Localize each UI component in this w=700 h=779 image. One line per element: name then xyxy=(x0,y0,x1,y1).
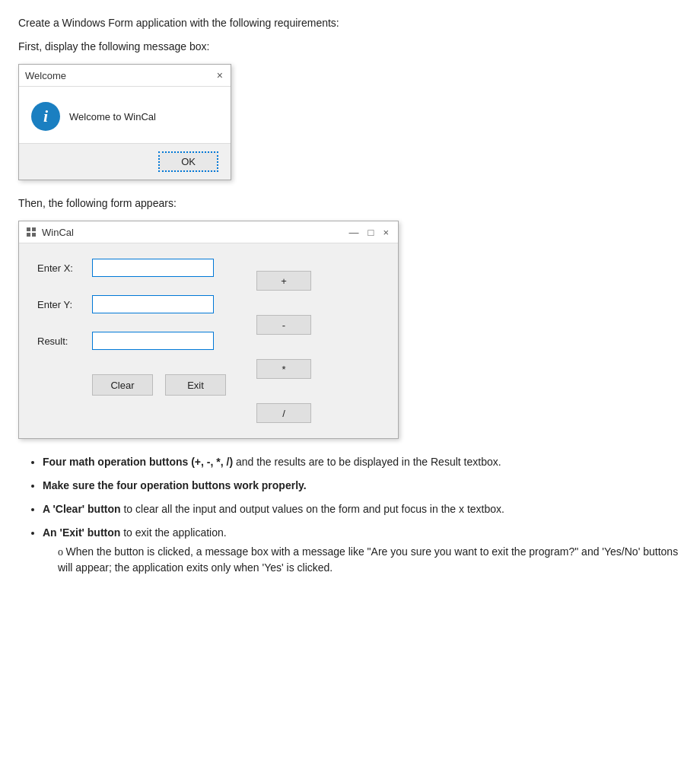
form-area: Enter X: Enter Y: Result: Clear Exit xyxy=(37,259,380,423)
exit-button[interactable]: Exit xyxy=(165,374,226,396)
intro-line2: First, display the following message box… xyxy=(18,39,682,55)
sub-list-item-1: When the button is clicked, a message bo… xyxy=(58,544,682,576)
enter-x-label: Enter X: xyxy=(37,262,92,274)
minus-button[interactable]: - xyxy=(256,315,311,335)
bullet-4-bold: An 'Exit' button xyxy=(43,526,120,539)
bullet-4-text: An 'Exit' button to exit the application… xyxy=(43,526,227,539)
bullet-2-text: Make sure the four operation buttons wor… xyxy=(43,479,307,491)
bullet-1-text: Four math operation buttons (+, -, *, /)… xyxy=(43,456,501,468)
bullet-item-4: An 'Exit' button to exit the application… xyxy=(43,525,682,576)
bullet-3-text: A 'Clear' button to clear all the input … xyxy=(43,503,504,515)
enter-x-row: Enter X: xyxy=(37,259,226,277)
form-intro: Then, the following form appears: xyxy=(18,196,682,211)
requirements-list: Four math operation buttons (+, -, *, /)… xyxy=(18,454,682,576)
intro-line1: Create a Windows Form application with t… xyxy=(18,15,682,31)
info-icon: i xyxy=(31,102,60,131)
bullet-2-bold: Make sure the four operation buttons wor… xyxy=(43,479,307,491)
grid-icon xyxy=(27,227,36,237)
plus-button[interactable]: + xyxy=(256,271,311,291)
result-row: Result: xyxy=(37,332,226,350)
clear-button[interactable]: Clear xyxy=(92,374,153,396)
close-button[interactable]: × xyxy=(380,227,392,237)
sub-list: When the button is clicked, a message bo… xyxy=(43,544,682,576)
bullet-item-3: A 'Clear' button to clear all the input … xyxy=(43,501,682,517)
dialog-body: i Welcome to WinCal xyxy=(19,87,231,143)
dialog-title: Welcome xyxy=(25,70,66,81)
dialog-titlebar-left: Welcome xyxy=(25,70,66,81)
right-side: + - * / xyxy=(256,259,311,423)
wincal-titlebar-controls: — □ × xyxy=(346,227,392,237)
bullet-1-bold: Four math operation buttons (+, -, *, /) xyxy=(43,456,233,468)
enter-x-input[interactable] xyxy=(92,259,214,277)
wincal-title: WinCal xyxy=(42,227,74,238)
ok-button[interactable]: OK xyxy=(158,151,218,172)
left-side: Enter X: Enter Y: Result: Clear Exit xyxy=(37,259,226,423)
wincal-titlebar: WinCal — □ × xyxy=(19,221,398,243)
multiply-button[interactable]: * xyxy=(256,359,311,379)
wincal-window: WinCal — □ × Enter X: Enter Y: xyxy=(18,221,399,439)
message-box-dialog: Welcome × i Welcome to WinCal OK xyxy=(18,64,231,180)
enter-y-row: Enter Y: xyxy=(37,295,226,313)
bullet-item-1: Four math operation buttons (+, -, *, /)… xyxy=(43,454,682,470)
dialog-titlebar: Welcome × xyxy=(19,65,231,87)
wincal-icon xyxy=(25,226,37,238)
enter-y-label: Enter Y: xyxy=(37,299,92,310)
bullet-3-bold: A 'Clear' button xyxy=(43,503,121,515)
maximize-button[interactable]: □ xyxy=(365,227,377,237)
wincal-body: Enter X: Enter Y: Result: Clear Exit xyxy=(19,243,398,438)
wincal-titlebar-left: WinCal xyxy=(25,226,74,238)
divide-button[interactable]: / xyxy=(256,403,311,423)
dialog-message: Welcome to WinCal xyxy=(69,111,156,122)
result-input[interactable] xyxy=(92,332,214,350)
dialog-close-button[interactable]: × xyxy=(215,69,224,81)
dialog-footer: OK xyxy=(19,143,231,180)
buttons-row: Clear Exit xyxy=(92,374,226,396)
enter-y-input[interactable] xyxy=(92,295,214,313)
result-label: Result: xyxy=(37,335,92,347)
minimize-button[interactable]: — xyxy=(346,227,362,237)
bullet-item-2: Make sure the four operation buttons wor… xyxy=(43,478,682,494)
